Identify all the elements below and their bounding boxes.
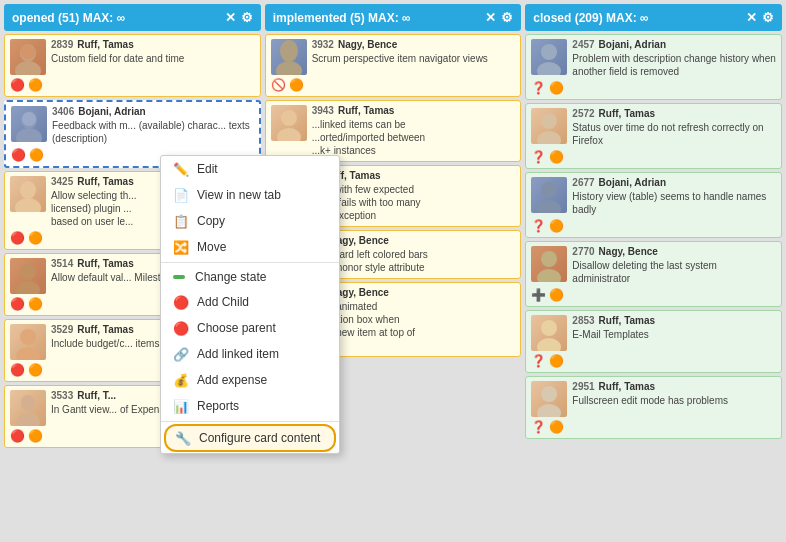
- card-desc-impl4: ...e board left colored bars...not honor…: [312, 248, 516, 274]
- card-info-impl5: ...8 Nagy, Bence ...ble animated...ifica…: [312, 287, 516, 352]
- card-desc-2839: Custom field for date and time: [51, 52, 255, 65]
- card-3932[interactable]: 3932 Nagy, Bence Scrum perspective item …: [265, 34, 522, 97]
- context-menu-reports[interactable]: 📊 Reports: [161, 393, 339, 419]
- card-desc-3943: ...linked items can be...orted/imported …: [312, 118, 516, 157]
- context-menu-copy[interactable]: 📋 Copy: [161, 208, 339, 234]
- avatar-3533: [10, 390, 46, 426]
- card-2951[interactable]: 2951 Ruff, Tamas Fullscreen edit mode ha…: [525, 376, 782, 439]
- card-3943[interactable]: 3943 Ruff, Tamas ...linked items can be.…: [265, 100, 522, 162]
- card-icon2-3514: 🟠: [28, 297, 43, 311]
- context-menu-change-state[interactable]: Change state: [161, 265, 339, 289]
- svg-point-7: [15, 198, 41, 212]
- card-2839[interactable]: 2839 Ruff, Tamas Custom field for date a…: [4, 34, 261, 97]
- card-icon-add-2839: 🔴: [10, 78, 25, 92]
- card-id-3425: 3425: [51, 176, 73, 187]
- context-menu: ✏️ Edit 📄 View in new tab 📋 Copy 🔀 Move …: [160, 155, 340, 454]
- card-id-2839: 2839: [51, 39, 73, 50]
- card-desc-2770: Disallow deleting the last system admini…: [572, 259, 776, 285]
- add-expense-icon: 💰: [173, 372, 189, 388]
- card-icon2-2677: 🟠: [549, 219, 564, 233]
- card-id-3406: 3406: [52, 106, 74, 117]
- context-menu-add-linked-item[interactable]: 🔗 Add linked item: [161, 341, 339, 367]
- card-desc-2677: History view (table) seems to handle nam…: [572, 190, 776, 216]
- avatar-3932: [271, 39, 307, 75]
- card-info-3406: 3406 Bojani, Adrian Feedback with m... (…: [52, 106, 254, 145]
- svg-point-27: [537, 131, 561, 144]
- svg-point-33: [537, 338, 561, 351]
- card-2572[interactable]: 2572 Ruff, Tamas Status over time do not…: [525, 103, 782, 169]
- card-icon1-3932: 🚫: [271, 78, 286, 92]
- card-2457[interactable]: 2457 Bojani, Adrian Problem with descrip…: [525, 34, 782, 100]
- card-name-3932: Nagy, Bence: [338, 39, 397, 50]
- card-name-3406: Bojani, Adrian: [78, 106, 145, 117]
- context-menu-edit-label: Edit: [197, 162, 218, 176]
- column-settings-icon-closed[interactable]: ⚙: [762, 10, 774, 25]
- avatar-2770: [531, 246, 567, 282]
- svg-point-30: [541, 251, 557, 267]
- avatar-2839: [10, 39, 46, 75]
- choose-parent-icon: 🔴: [173, 320, 189, 336]
- avatar-3529: [10, 324, 46, 360]
- menu-divider-2: [161, 421, 339, 422]
- column-actions-opened: ✕ ⚙: [225, 10, 253, 25]
- card-icon2-2770: 🟠: [549, 288, 564, 302]
- card-name-2770: Nagy, Bence: [599, 246, 658, 257]
- card-info-2770: 2770 Nagy, Bence Disallow deleting the l…: [572, 246, 776, 285]
- view-new-tab-icon: 📄: [173, 187, 189, 203]
- column-settings-icon[interactable]: ⚙: [241, 10, 253, 25]
- svg-point-25: [537, 62, 561, 75]
- context-menu-choose-parent[interactable]: 🔴 Choose parent: [161, 315, 339, 341]
- card-name-3514: Ruff, Tamas: [77, 258, 134, 269]
- avatar-2457: [531, 39, 567, 75]
- context-menu-change-state-label: Change state: [195, 270, 266, 284]
- card-name-2572: Ruff, Tamas: [599, 108, 656, 119]
- card-info-3932: 3932 Nagy, Bence Scrum perspective item …: [312, 39, 516, 65]
- svg-point-26: [541, 113, 557, 129]
- column-close-icon-closed[interactable]: ✕: [746, 10, 757, 25]
- menu-divider-1: [161, 262, 339, 263]
- card-name-3425: Ruff, Tamas: [77, 176, 134, 187]
- card-2677[interactable]: 2677 Bojani, Adrian History view (table)…: [525, 172, 782, 238]
- card-icon2-3932: 🟠: [289, 78, 304, 92]
- column-closed: closed (209) MAX: ∞ ✕ ⚙ 2457 Bojani, Adr…: [525, 4, 782, 538]
- context-menu-view-new-tab[interactable]: 📄 View in new tab: [161, 182, 339, 208]
- card-info-2677: 2677 Bojani, Adrian History view (table)…: [572, 177, 776, 216]
- context-menu-edit[interactable]: ✏️ Edit: [161, 156, 339, 182]
- context-menu-configure-card-content[interactable]: 🔧 Configure card content: [164, 424, 336, 452]
- card-icon2-3533: 🟠: [28, 429, 43, 443]
- card-desc-3406: Feedback with m... (available) charac...…: [52, 119, 254, 145]
- card-icon2-2572: 🟠: [549, 150, 564, 164]
- card-icon2-2951: 🟠: [549, 420, 564, 434]
- card-info-3943: 3943 Ruff, Tamas ...linked items can be.…: [312, 105, 516, 157]
- card-name-2677: Bojani, Adrian: [599, 177, 666, 188]
- svg-point-2: [21, 45, 35, 59]
- card-name-2839: Ruff, Tamas: [77, 39, 134, 50]
- add-linked-item-icon: 🔗: [173, 346, 189, 362]
- card-icon1-3425: 🔴: [10, 231, 25, 245]
- card-icon1-3514: 🔴: [10, 297, 25, 311]
- card-name-2951: Ruff, Tamas: [599, 381, 656, 392]
- edit-icon: ✏️: [173, 161, 189, 177]
- context-menu-move[interactable]: 🔀 Move: [161, 234, 339, 260]
- avatar-3514: [10, 258, 46, 294]
- svg-point-10: [20, 329, 36, 345]
- card-2770[interactable]: 2770 Nagy, Bence Disallow deleting the l…: [525, 241, 782, 307]
- card-icon1-3533: 🔴: [10, 429, 25, 443]
- column-close-icon[interactable]: ✕: [225, 10, 236, 25]
- context-menu-add-child[interactable]: 🔴 Add Child: [161, 289, 339, 315]
- context-menu-configure-card-content-label: Configure card content: [199, 431, 320, 445]
- card-info-2572: 2572 Ruff, Tamas Status over time do not…: [572, 108, 776, 147]
- column-close-icon-impl[interactable]: ✕: [485, 10, 496, 25]
- card-info-impl4: ...7 Nagy, Bence ...e board left colored…: [312, 235, 516, 274]
- card-icon-status-2839: 🟠: [28, 78, 43, 92]
- card-icon2-2853: 🟠: [549, 354, 564, 368]
- avatar-3425: [10, 176, 46, 212]
- column-settings-icon-impl[interactable]: ⚙: [501, 10, 513, 25]
- card-id-3529: 3529: [51, 324, 73, 335]
- context-menu-add-expense[interactable]: 💰 Add expense: [161, 367, 339, 393]
- context-menu-copy-label: Copy: [197, 214, 225, 228]
- card-info-2457: 2457 Bojani, Adrian Problem with descrip…: [572, 39, 776, 78]
- change-state-icon: [173, 275, 185, 279]
- card-2853[interactable]: 2853 Ruff, Tamas E-Mail Templates ❓ 🟠: [525, 310, 782, 373]
- context-menu-add-linked-item-label: Add linked item: [197, 347, 279, 361]
